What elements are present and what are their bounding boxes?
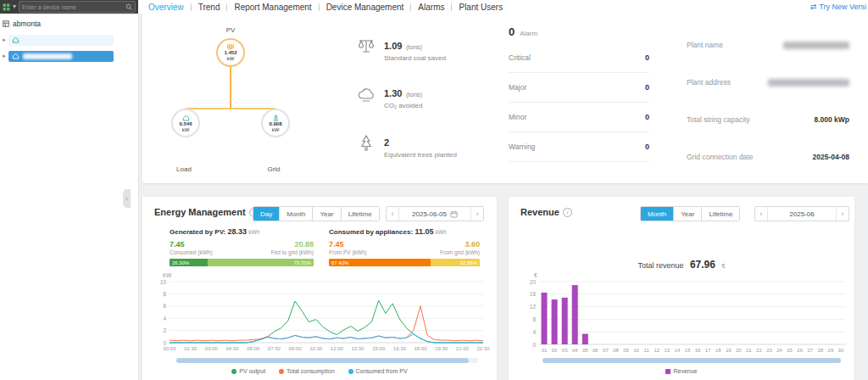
period-month-button[interactable]: Month (641, 207, 674, 221)
y-tick-label: 8 (163, 291, 166, 297)
y-tick-label: 8 (532, 316, 536, 322)
grid-flow-node[interactable]: 0.908 kW (261, 109, 290, 137)
plant-address-row: Plant address (687, 78, 849, 87)
flow-line-vertical (230, 65, 231, 109)
caret-down-icon[interactable]: ▾ (13, 3, 16, 10)
apps-icon[interactable] (3, 3, 10, 11)
plant-name-value-redacted (783, 42, 849, 49)
tab-overview[interactable]: Overview (142, 3, 191, 12)
x-tick-label: 07 (603, 348, 609, 353)
prev-date-button[interactable]: ‹ (387, 207, 398, 221)
gen-bar-left: 26.30% (170, 259, 208, 266)
legend-item[interactable]: PV output (231, 368, 265, 374)
scrollbar-thumb[interactable] (176, 358, 469, 363)
pv-flow-node[interactable]: 1.452 kW (216, 38, 245, 67)
search-input[interactable] (19, 4, 125, 10)
alarm-row-minor[interactable]: Minor0 (509, 103, 649, 132)
flow-line-horizontal (186, 108, 275, 109)
x-tick-label: 10:30 (309, 346, 322, 351)
generated-value: 28.33 (227, 227, 247, 236)
tree-plant-item-selected[interactable] (8, 51, 114, 62)
overview-panel: PV 1.452 kW 0.546 kW 0.908 kW Load Grid (142, 14, 868, 183)
expander-icon[interactable]: ▸ (0, 36, 8, 43)
period-year-button[interactable]: Year (313, 207, 341, 221)
next-date-button[interactable]: › (837, 207, 849, 221)
tree-plant-row[interactable]: ▸ (0, 50, 138, 62)
revenue-date-value[interactable]: 2025-06 (767, 207, 837, 221)
x-tick-label: 25 (787, 348, 793, 353)
try-new-version-link[interactable]: ⇄ Try New Versi (810, 3, 868, 11)
solar-panel-icon (226, 44, 235, 50)
x-tick-label: 30 (838, 348, 844, 353)
revenue-panel: Revenue i Month Year Lifetime ‹ 2025-06 … (509, 197, 854, 380)
alarm-summary: 0 Alarm Critical0 Major0 Minor0 Warning0 (509, 25, 649, 162)
alarm-row-critical[interactable]: Critical0 (509, 43, 649, 73)
period-lifetime-button[interactable]: Lifetime (342, 207, 379, 221)
co2-avoided-value: 1.30 (384, 88, 402, 98)
tab-alarms[interactable]: Alarms (411, 3, 451, 12)
tree-root-row[interactable]: abmonta (0, 18, 138, 30)
period-month-button[interactable]: Month (280, 207, 313, 221)
alarm-row-major[interactable]: Major0 (509, 73, 649, 103)
y-tick-label: 12 (530, 304, 536, 310)
legend-label: Total consumption (287, 368, 334, 374)
series-line (170, 300, 483, 343)
revenue-bar[interactable] (542, 293, 548, 344)
tab-trend[interactable]: Trend (192, 3, 227, 12)
sidebar-collapse-handle[interactable]: ‹ (123, 189, 131, 208)
prev-date-button[interactable]: ‹ (755, 207, 767, 221)
trees-planted-value: 2 (384, 137, 389, 148)
legend-item[interactable]: Consumed from PV (348, 368, 408, 374)
search-icon[interactable] (125, 3, 135, 11)
coal-saved-value: 1.09 (384, 41, 402, 51)
tab-report-management[interactable]: Report Management (227, 3, 318, 12)
energy-x-axis: 00:0001:3003:0004:3006:0007:3009:0010:30… (170, 346, 483, 353)
scrollbar-thumb[interactable] (542, 358, 841, 363)
legend-item[interactable]: Total consumption (279, 368, 334, 374)
x-tick-label: 13 (664, 348, 670, 353)
alarm-row-warning[interactable]: Warning0 (509, 132, 649, 162)
revenue-bar[interactable] (562, 298, 568, 344)
tree-group-item[interactable] (8, 35, 114, 46)
energy-chart-scrollbar[interactable] (176, 358, 478, 363)
revenue-chart[interactable] (539, 281, 846, 345)
revenue-bar[interactable] (552, 299, 558, 344)
revenue-bar[interactable] (582, 334, 588, 344)
tree-group-row[interactable]: ▸ (0, 34, 138, 46)
revenue-date-picker: ‹ 2025-06 › (754, 206, 849, 221)
tree-root-label: abmonta (13, 20, 41, 28)
next-date-button[interactable]: › (471, 207, 483, 221)
tab-plant-users[interactable]: Plant Users (452, 3, 509, 12)
grid-power-value: 0.908 (269, 121, 281, 127)
energy-date-value[interactable]: 2025-06-05 (398, 207, 471, 221)
calendar-icon (450, 210, 458, 218)
cons-bar-right: 32.58% (431, 259, 480, 266)
expander-icon[interactable]: ▸ (0, 53, 8, 59)
grid-tower-icon (272, 115, 280, 121)
y-tick-label: 4 (163, 316, 166, 321)
coal-saved-stat: 1.09 (tons) Standard coal saved (356, 37, 534, 62)
legend-item[interactable]: Revenue (665, 368, 697, 374)
main-nav: Overview Trend Report Management Device … (138, 0, 868, 14)
legend-swatch (231, 369, 236, 374)
trees-planted-stat: 2 Equivalent trees planted (356, 134, 534, 159)
energy-chart[interactable] (170, 281, 483, 344)
device-search-box[interactable] (19, 1, 136, 13)
revenue-y-axis: 048121620 (517, 281, 536, 345)
revenue-chart-scrollbar[interactable] (542, 358, 841, 363)
period-day-button[interactable]: Day (253, 207, 280, 221)
period-lifetime-button[interactable]: Lifetime (702, 207, 739, 221)
series-line (170, 306, 483, 341)
x-tick-label: 26 (797, 348, 803, 353)
grid-connection-date-row: Grid connection date 2025-04-08 (687, 153, 849, 161)
x-tick-label: 03 (562, 348, 568, 353)
load-flow-node[interactable]: 0.546 kW (171, 109, 200, 137)
revenue-bar[interactable] (572, 285, 578, 344)
energy-y-axis: 0246810 (147, 281, 166, 344)
x-tick-label: 21:00 (456, 346, 469, 351)
info-icon[interactable]: i (563, 208, 572, 217)
period-year-button[interactable]: Year (674, 207, 702, 221)
tab-device-management[interactable]: Device Management (320, 3, 411, 12)
coal-saved-unit: (tons) (406, 43, 422, 51)
x-tick-label: 18:00 (414, 346, 426, 351)
